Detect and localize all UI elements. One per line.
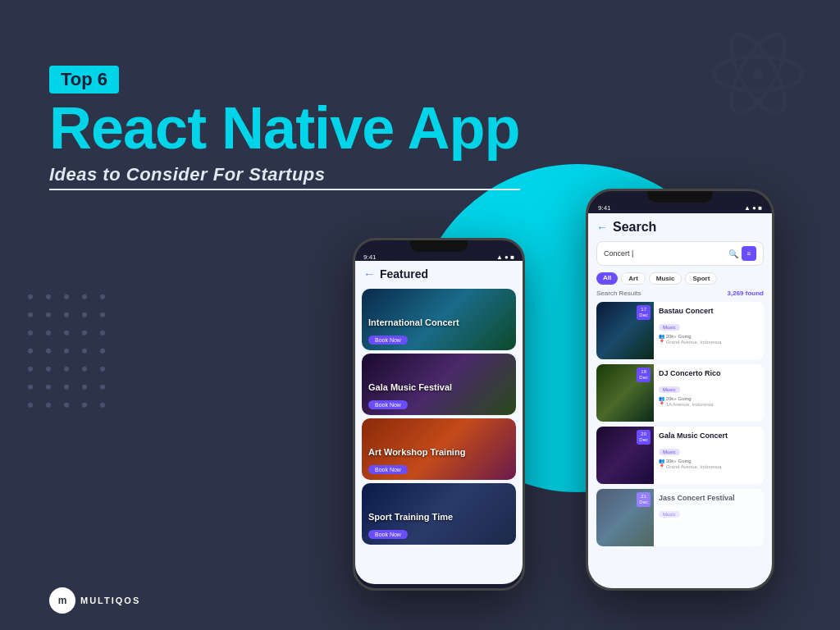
phone1-back-icon[interactable]: ← — [363, 267, 375, 281]
phone1-screen: ← Featured International Concert Book No… — [355, 261, 523, 584]
card-sport-title: Sport Training Time — [368, 512, 509, 522]
result-name-dj: DJ Concerto Rico — [659, 369, 759, 377]
event-card-sport: Sport Training Time Book Now — [362, 483, 516, 545]
card-concert-overlay: International Concert Book Now — [362, 314, 516, 350]
phone2-search: 9:41 ▲ ● ■ ← Search Concert | 🔍 ≡ All Ar… — [586, 189, 774, 591]
react-logo — [709, 25, 807, 123]
phone1-icons: ▲ ● ■ — [496, 253, 514, 261]
result-tag-gala: Music — [659, 449, 680, 455]
card-art-book-btn[interactable]: Book Now — [368, 465, 408, 474]
results-header: Search Results 3,269 found — [596, 290, 764, 297]
result-meta-gala: 👥 30k+ Going — [659, 458, 759, 463]
header-area: Top 6 React Native App Ideas to Consider… — [49, 66, 520, 190]
result-meta-dj: 👥 20k+ Going — [659, 395, 759, 401]
result-img-jass: 21Dec — [596, 489, 654, 546]
filter-tab-sport[interactable]: Sport — [685, 272, 717, 285]
bottom-logo: m MULTIQOS — [49, 587, 140, 614]
logo-text-area: MULTIQOS — [80, 596, 140, 605]
phone2-time: 9:41 — [598, 204, 611, 212]
result-tag-bastau: Music — [659, 324, 680, 331]
search-icon: 🔍 — [728, 249, 738, 258]
filter-button[interactable]: ≡ — [742, 246, 756, 261]
phone2-status-icons: ▲ ● ■ — [744, 204, 762, 212]
result-location-bastau: 📍 Grand Avenue, Indonesia — [659, 339, 759, 345]
result-date-jass: 21Dec — [637, 492, 651, 507]
phone1-header: ← Featured — [355, 261, 523, 285]
result-info-jass: Jass Concert Festival Music — [654, 489, 764, 546]
result-card-gala[interactable]: 20Dec Gala Music Concert Music 👥 30k+ Go… — [596, 427, 764, 484]
result-date-dj: 18Dec — [637, 368, 651, 382]
event-card-concert: International Concert Book Now — [362, 289, 516, 350]
result-card-bastau[interactable]: 17Dec Bastau Concert Music 👥 20k+ Going … — [596, 302, 764, 359]
result-img-gala: 20Dec — [596, 427, 654, 484]
phone2-back-icon[interactable]: ← — [596, 221, 608, 234]
result-card-dj[interactable]: 18Dec DJ Concerto Rico Music 👥 20k+ Goin… — [596, 364, 764, 422]
card-festival-overlay: Gala Music Festival Book Now — [362, 379, 516, 415]
card-art-overlay: Art Workshop Training Book Now — [362, 444, 516, 480]
logo-circle: m — [49, 587, 75, 614]
results-count: 3,269 found — [728, 290, 764, 297]
result-info-bastau: Bastau Concert Music 👥 20k+ Going 📍 Gran… — [654, 302, 764, 359]
phone1-time: 9:41 — [363, 253, 377, 261]
card-sport-book-btn[interactable]: Book Now — [368, 530, 408, 539]
card-festival-title: Gala Music Festival — [368, 382, 509, 392]
phone2-screen-title: Search — [613, 220, 656, 235]
result-name-bastau: Bastau Concert — [659, 307, 759, 315]
filter-tab-all[interactable]: All — [596, 272, 618, 285]
filter-tabs: All Art Music Sport — [596, 272, 764, 285]
result-location-gala: 📍 Grand Avenue, Indonesia — [659, 463, 759, 469]
main-title: React Native App — [49, 98, 520, 158]
result-tag-dj: Music — [659, 386, 680, 393]
result-meta-bastau: 👥 20k+ Going — [659, 333, 759, 339]
result-info-gala: Gala Music Concert Music 👥 30k+ Going 📍 … — [654, 427, 764, 484]
card-concert-title: International Concert — [368, 317, 509, 327]
subtitle: Ideas to Consider For Startups — [49, 164, 520, 190]
search-bar[interactable]: Concert | 🔍 ≡ — [596, 241, 764, 266]
result-card-jass[interactable]: 21Dec Jass Concert Festival Music — [596, 489, 764, 546]
event-card-festival: Gala Music Festival Book Now — [362, 354, 516, 415]
results-label: Search Results — [596, 290, 641, 297]
filter-tab-art[interactable]: Art — [621, 272, 646, 285]
phone1-status-bar: 9:41 ▲ ● ■ — [355, 252, 523, 261]
result-img-dj: 18Dec — [596, 364, 654, 422]
phone2-header: ← Search — [596, 220, 764, 235]
card-sport-overlay: Sport Training Time Book Now — [362, 509, 516, 545]
result-img-bastau: 17Dec — [596, 302, 654, 359]
result-date-bastau: 17Dec — [637, 305, 651, 320]
top6-badge: Top 6 — [49, 66, 119, 94]
event-card-art: Art Workshop Training Book Now — [362, 418, 516, 480]
phone1-notch — [410, 240, 468, 252]
search-input-value[interactable]: Concert | — [604, 249, 728, 258]
phone2-screen: ← Search Concert | 🔍 ≡ All Art Music Spo… — [588, 213, 772, 591]
phone2-notch — [647, 191, 713, 203]
card-concert-book-btn[interactable]: Book Now — [368, 336, 408, 345]
phone1-screen-title: Featured — [380, 267, 428, 281]
card-festival-book-btn[interactable]: Book Now — [368, 400, 408, 409]
result-name-jass: Jass Concert Festival — [659, 494, 759, 502]
logo-name: MULTIQOS — [80, 596, 140, 605]
result-info-dj: DJ Concerto Rico Music 👥 20k+ Going 📍 1A… — [654, 364, 764, 422]
phone1-featured: 9:41 ▲ ● ■ ← Featured International Conc… — [353, 238, 525, 591]
svg-point-3 — [752, 68, 764, 80]
result-name-gala: Gala Music Concert — [659, 431, 759, 440]
filter-tab-music[interactable]: Music — [649, 272, 682, 285]
logo-letter: m — [58, 595, 67, 606]
result-location-dj: 📍 1A Avenue, Indonesia — [659, 401, 759, 407]
card-art-title: Art Workshop Training — [368, 447, 509, 457]
result-tag-jass: Music — [659, 511, 680, 518]
decorative-dots — [25, 291, 108, 411]
result-date-gala: 20Dec — [637, 430, 651, 445]
